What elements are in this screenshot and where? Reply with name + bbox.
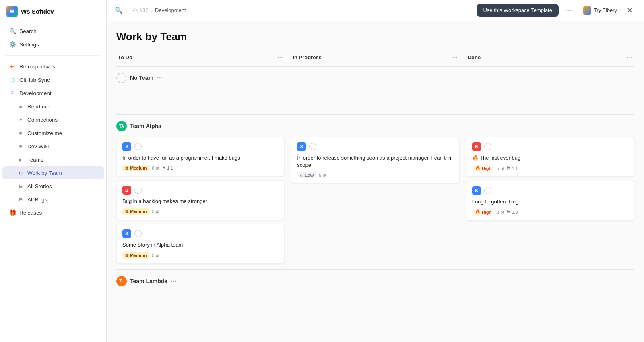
- sidebar-item-label: Customize.me: [27, 130, 62, 136]
- card-type-badge-b: B: [472, 142, 481, 151]
- card-alpha-done-1[interactable]: B 🔥 The first ever bug 🔥 High 5 pt ⚑: [466, 137, 634, 177]
- card-points: 5 pt: [497, 166, 504, 171]
- search-icon: 🔍: [9, 27, 16, 35]
- sidebar-item-releases[interactable]: 🎁 Releases: [2, 206, 104, 219]
- use-template-button[interactable]: Use this Workspace Template: [477, 4, 558, 17]
- sidebar: W Ws Softdev 🔍 Search ⚙️ Settings ↩ Retr…: [0, 0, 107, 342]
- content-area: Work by Team To Do ··· In Progress ··· D…: [107, 21, 644, 342]
- priority-stripe-icon: ▤: [125, 253, 129, 257]
- sidebar-item-settings[interactable]: ⚙️ Settings: [2, 38, 104, 51]
- no-team-columns: [116, 89, 634, 113]
- card-type-badge-b: B: [122, 186, 131, 195]
- breadcrumb-separator: ›: [151, 7, 153, 13]
- no-team-header: No Team ···: [116, 73, 634, 83]
- try-fibery-button[interactable]: Try Fibery: [580, 5, 620, 16]
- team-group-lambda: TL Team Lambda ···: [116, 269, 634, 316]
- sidebar-item-readme[interactable]: ■ Read.me: [2, 100, 104, 113]
- priority-label: Medium: [130, 253, 147, 258]
- card-title: In order to release something soon as a …: [297, 154, 453, 169]
- card-status-circle[interactable]: [484, 187, 491, 194]
- card-alpha-todo-1[interactable]: S In order to have fun as a programmer, …: [116, 137, 285, 176]
- priority-stripe-icon: ▤: [125, 166, 129, 170]
- column-todo-label: To Do: [118, 54, 132, 60]
- app-title: Ws Softdev: [21, 8, 54, 15]
- main-content: 🔍 ⊙ #32 › Development Use this Workspace…: [107, 0, 644, 342]
- sidebar-item-devwiki[interactable]: ■ Dev Wiki: [2, 140, 104, 153]
- devwiki-icon: ■: [17, 143, 24, 150]
- card-alpha-todo-3[interactable]: S Some Story in Alpha team ▤ Medium 5 pt: [116, 224, 285, 263]
- topbar: 🔍 ⊙ #32 › Development Use this Workspace…: [107, 0, 644, 21]
- column-header-inprogress: In Progress ···: [291, 51, 459, 64]
- sidebar-item-retrospectives[interactable]: ↩ Retrospectives: [2, 60, 104, 73]
- fire-icon: 🔥: [475, 209, 481, 215]
- card-top: S: [472, 186, 628, 195]
- sidebar-item-label: All Stories: [27, 183, 52, 189]
- no-team-done-col: [466, 89, 634, 113]
- card-status-circle[interactable]: [134, 230, 142, 237]
- sidebar-item-customize[interactable]: ■ Customize.me: [2, 126, 104, 139]
- card-type-badge-s: S: [297, 142, 306, 151]
- column-inprogress-more[interactable]: ···: [452, 54, 458, 60]
- sidebar-item-development[interactable]: ⊡ Development: [2, 87, 104, 99]
- no-team-inprogress-col: [291, 89, 459, 113]
- card-points: 5 pt: [319, 173, 326, 178]
- release-icon: ⚑: [162, 166, 166, 171]
- sidebar-item-search[interactable]: 🔍 Search: [2, 25, 104, 37]
- priority-badge: 🔥 High: [472, 165, 494, 172]
- no-team-more[interactable]: ···: [157, 75, 163, 81]
- more-options-button[interactable]: ···: [562, 4, 577, 16]
- team-lambda-columns: [116, 292, 634, 316]
- team-group-alpha: TA Team Alpha ··· S In order to have fun…: [116, 114, 634, 268]
- priority-badge: ▤ Medium: [122, 208, 150, 215]
- releases-icon: 🎁: [9, 209, 16, 216]
- topbar-search-icon[interactable]: 🔍: [115, 6, 123, 14]
- column-done-more[interactable]: ···: [627, 54, 633, 60]
- fibery-logo-icon: [583, 6, 591, 15]
- card-title: Bug in a backlog makes me stronger: [122, 198, 279, 205]
- card-points: 5 pt: [152, 253, 159, 258]
- customize-icon: ■: [17, 129, 24, 137]
- sidebar-item-workbyteam[interactable]: ⊞ Work by Team: [2, 166, 104, 179]
- priority-icon: ▭: [300, 173, 303, 178]
- card-status-circle[interactable]: [134, 143, 142, 150]
- alpha-todo-col: S In order to have fun as a programmer, …: [116, 137, 285, 268]
- logo-icon: W: [6, 6, 18, 17]
- card-meta: 🔥 High 8 pt ⚑ 1.0: [472, 209, 628, 216]
- close-button[interactable]: ✕: [623, 4, 636, 17]
- card-alpha-inprogress-1[interactable]: S In order to release something soon as …: [291, 137, 459, 184]
- sidebar-item-label: All Bugs: [27, 197, 47, 203]
- allstories-icon: ⊞: [17, 182, 24, 190]
- card-status-circle[interactable]: [309, 143, 316, 150]
- team-alpha-header: TA Team Alpha ···: [116, 121, 634, 131]
- sidebar-item-allbugs[interactable]: ⊞ All Bugs: [2, 193, 104, 206]
- column-todo-more[interactable]: ···: [277, 54, 283, 60]
- card-type-badge-s: S: [122, 229, 131, 238]
- app-logo[interactable]: W Ws Softdev: [0, 0, 106, 23]
- card-alpha-done-2[interactable]: S Long forgotten thing 🔥 High 8 pt ⚑: [466, 181, 634, 221]
- card-title: Some Story in Alpha team: [122, 241, 279, 249]
- alpha-done-col: B 🔥 The first ever bug 🔥 High 5 pt ⚑: [466, 137, 634, 268]
- lambda-inprogress-col: [291, 292, 459, 316]
- teams-icon: ▶: [17, 156, 24, 163]
- card-status-circle[interactable]: [134, 187, 142, 194]
- connections-icon: ✦: [17, 116, 24, 123]
- team-alpha-columns: S In order to have fun as a programmer, …: [116, 137, 634, 268]
- card-top: S: [297, 142, 453, 151]
- sidebar-item-label: Read.me: [27, 104, 50, 110]
- alpha-inprogress-col: S In order to release something soon as …: [291, 137, 459, 268]
- sidebar-item-label: Work by Team: [27, 170, 62, 176]
- card-title: 🔥 The first ever bug: [472, 154, 628, 162]
- column-header-done: Done ···: [466, 51, 634, 64]
- sidebar-item-github-sync[interactable]: ⬡ GitHub Sync: [2, 73, 104, 86]
- card-title: Long forgotten thing: [472, 198, 628, 205]
- card-points: 3 pt: [152, 209, 159, 214]
- card-alpha-todo-2[interactable]: B Bug in a backlog makes me stronger ▤ M…: [116, 180, 285, 220]
- team-lambda-more[interactable]: ···: [171, 278, 177, 284]
- sidebar-item-allstories[interactable]: ⊞ All Stories: [2, 180, 104, 193]
- sidebar-item-label: Dev Wiki: [27, 143, 49, 149]
- card-status-circle[interactable]: [484, 143, 491, 150]
- sidebar-item-teams[interactable]: ▶ Teams: [2, 153, 104, 166]
- breadcrumb-id: #32: [140, 7, 149, 13]
- team-alpha-more[interactable]: ···: [165, 123, 171, 129]
- sidebar-item-connections[interactable]: ✦ Connections: [2, 113, 104, 126]
